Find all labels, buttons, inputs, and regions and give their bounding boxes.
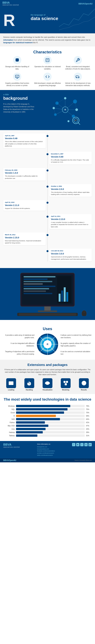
chart-pct: 70%: [86, 412, 92, 414]
svg-point-6: [47, 60, 47, 61]
chart-bar-container: [16, 408, 85, 410]
chart-pct: 47%: [86, 425, 92, 427]
uses-item-databases: It can be integrated with different data…: [3, 342, 34, 347]
svg-rect-52: [66, 292, 68, 302]
chart-bar-container: [16, 428, 85, 430]
chart-pct: 39%: [86, 432, 92, 433]
svg-point-7: [47, 60, 48, 61]
social-linkedin[interactable]: in: [84, 443, 88, 446]
timeline-item-content: October 4, 2004 Versión 2.0.0 The introd…: [49, 184, 92, 197]
chart-pct: 58%: [86, 415, 92, 417]
svg-rect-51: [64, 287, 66, 302]
chart-bar: [16, 424, 48, 427]
extensions-text: R forms part of a collaborative and open…: [3, 368, 92, 376]
hero-section: R the language of data science: [0, 7, 95, 33]
chart-bar: [16, 418, 60, 420]
uses-item-graphics: Its graphic capacity allows the creation…: [61, 342, 92, 347]
timeline-item: February 29, 2000 Versión 1.0.0 The deve…: [3, 168, 92, 181]
chart-label: Tableau: [3, 435, 15, 436]
timeline-item-content: April 14, 2011 Versión 2.13.0 A new comp…: [49, 214, 92, 229]
loading-icon-box: [6, 378, 16, 388]
computer-section: [0, 268, 95, 320]
header-logo-right: BBVAOpen4U: [79, 2, 93, 5]
ext-handling: Handling: [24, 378, 34, 391]
svg-rect-46: [24, 290, 46, 292]
svg-text:R: R: [47, 343, 48, 346]
svg-point-4: [47, 60, 48, 60]
chart-bar: [16, 421, 45, 424]
chart-pct: 42%: [86, 422, 92, 424]
graphic-icon: [13, 72, 21, 81]
svg-rect-40: [24, 276, 55, 278]
uses-item-targeting: Targeting of objectives with a permissiv…: [3, 350, 34, 355]
chart-bar-row: Excel70%: [3, 412, 92, 414]
chart-bar-row: R58%: [3, 415, 92, 417]
char-item-operators: Operators for calculation on indexed var…: [34, 56, 61, 70]
timeline-item-content: March 30, 2012 Versión 2.15.0 New load b…: [3, 232, 46, 245]
timeline-item-content: February 29, 2000 Versión 1.0.0 The deve…: [3, 168, 46, 181]
svg-rect-42: [24, 281, 52, 282]
chart-bar: [16, 408, 68, 410]
char-item-tools: Broad, consistent and integrated collect…: [64, 56, 92, 70]
svg-rect-49: [59, 294, 61, 302]
ext-modeling: Modeling: [61, 378, 71, 391]
svg-text:R: R: [65, 109, 66, 111]
loading-icon: [8, 380, 14, 386]
chart-bar-container: [16, 412, 85, 414]
uses-item-statistical: It provides a wide array of statistical …: [3, 334, 34, 339]
svg-point-8: [48, 60, 48, 61]
chart-label: SQL: [3, 408, 15, 410]
background-title: background: [3, 96, 46, 101]
characteristics-section: Characteristics Storage and effective ha…: [0, 46, 95, 90]
background-text: R is a free dialect of the language S, d…: [3, 103, 34, 113]
chart-bar-container: [16, 421, 85, 424]
uses-section: Uses It provides a wide array of statist…: [0, 320, 95, 360]
social-twitter[interactable]: t: [80, 443, 84, 446]
calculator-icon: [43, 56, 52, 64]
svg-rect-72: [12, 382, 13, 384]
network-svg: R: [49, 93, 82, 126]
char-item-storage: Storage and effective handling of data.: [3, 56, 31, 70]
modeling-icon-box: [61, 378, 71, 388]
chart-label: SAS: [3, 418, 15, 420]
network-visualization: R: [49, 93, 92, 127]
uses-left-column: It provides a wide array of statistical …: [3, 334, 34, 355]
chart-bar-row: Mac OSX47%: [3, 424, 92, 427]
uses-wheel-svg: R: [36, 333, 59, 356]
chart-bar: [16, 434, 37, 437]
chart-bar: [16, 405, 70, 407]
uses-item-numerical: It can be used as a numerical calculatio…: [61, 350, 92, 355]
timeline-item: April 14, 2011 Versión 2.13.0 A new comp…: [3, 214, 92, 229]
timeline-item: December 5, 1997 Versión 0.60 R is offic…: [3, 152, 92, 164]
timeline-item-content: December 5, 1997 Versión 0.60 R is offic…: [49, 152, 92, 164]
chart-bars: Windows79%SQL75%Excel70%R58%SAS64%Python…: [3, 405, 92, 437]
ext-visualization: Visualization: [42, 378, 52, 391]
footer-bottom-logo: BBVAOpen4U: [3, 459, 16, 462]
chart-pct: 43%: [86, 428, 92, 430]
social-youtube[interactable]: ▶: [76, 443, 80, 446]
svg-line-37: [78, 122, 80, 124]
timeline-dot: [47, 234, 48, 236]
social-googleplus[interactable]: g+: [89, 443, 92, 446]
uses-right-column: It allows users to extend it by defining…: [61, 334, 92, 355]
chart-label: Excel: [3, 412, 15, 414]
footer-logo: BBVA INNOVATION CENTER: [3, 443, 20, 448]
timeline-item: 3 de abril de 2013 Versión 3.0.0 Improve…: [3, 248, 92, 261]
hero-subtitle: the language of: [31, 14, 58, 16]
tools-icon: [74, 56, 82, 64]
timeline-item: April 23, 1997 Versión 0.49 This is the …: [3, 133, 92, 148]
svg-rect-50: [61, 290, 63, 302]
svg-rect-44: [24, 286, 55, 287]
uses-wheel: R: [36, 333, 59, 356]
header: BBVA INNOVATION CENTER BBVAOpen4U: [0, 0, 95, 7]
chart-bar-container: [16, 431, 85, 434]
svg-rect-70: [9, 382, 10, 384]
chart-title: The most widely used technologies in dat…: [3, 397, 92, 402]
characteristics-grid: Storage and effective handling of data. …: [3, 56, 92, 87]
eye-icon-box: [43, 378, 52, 388]
social-facebook[interactable]: f: [72, 443, 75, 446]
chart-label: Mac OSX: [3, 425, 15, 427]
chart-pct: 31%: [86, 435, 92, 436]
background-section: a little background R is a free dialect …: [0, 90, 95, 130]
chart-bar-row: Windows79%: [3, 405, 92, 407]
